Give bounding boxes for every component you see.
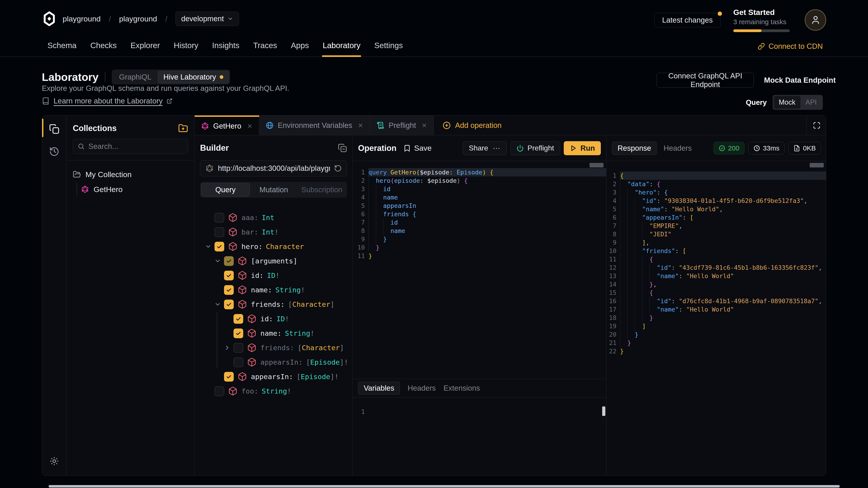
field-checkbox[interactable]: [224, 271, 234, 281]
op-type-query[interactable]: Query: [201, 183, 250, 197]
mode-segmented-control: Mock API: [773, 95, 823, 110]
field-checkbox[interactable]: [234, 328, 243, 338]
collections-search[interactable]: [73, 139, 188, 154]
field-checkbox[interactable]: [224, 256, 234, 266]
toggle-option-hive-laboratory[interactable]: Hive Laboratory: [158, 71, 229, 84]
nav-tab-apps[interactable]: Apps: [290, 41, 309, 57]
run-button[interactable]: Run: [564, 141, 601, 155]
field-checkbox[interactable]: [215, 242, 224, 252]
hive-logo-icon[interactable]: [42, 11, 57, 26]
collection-operation-row[interactable]: GetHero: [73, 183, 188, 196]
tab-environment-variables[interactable]: Environment Variables: [259, 116, 370, 135]
mode-option-api[interactable]: API: [800, 96, 822, 109]
chevron-down-icon[interactable]: [214, 258, 221, 264]
field-checkbox[interactable]: [234, 343, 243, 353]
preflight-button[interactable]: Preflight: [510, 141, 560, 155]
search-input[interactable]: [88, 142, 184, 151]
indent-guide: [368, 176, 376, 185]
nav-tab-schema[interactable]: Schema: [47, 41, 77, 57]
user-icon: [811, 15, 820, 25]
field-checkbox[interactable]: [224, 285, 234, 295]
operation-type-tabs: QueryMutationSubscription: [200, 182, 347, 198]
line-content: "hero": {: [620, 188, 826, 197]
new-folder-icon[interactable]: [178, 123, 188, 133]
indent-guide: [376, 218, 383, 227]
nav-tab-history[interactable]: History: [173, 41, 199, 57]
field-checkbox[interactable]: [224, 300, 234, 309]
breadcrumb-org[interactable]: playground: [63, 14, 101, 23]
add-operation-button[interactable]: Add operation: [434, 116, 510, 135]
indent-guide: [635, 247, 642, 255]
latest-changes-button[interactable]: Latest changes: [654, 13, 721, 27]
nav-tab-insights[interactable]: Insights: [212, 41, 240, 57]
close-icon[interactable]: [247, 123, 253, 129]
check-icon: [226, 374, 232, 380]
mode-option-mock[interactable]: Mock: [774, 96, 800, 109]
learn-more-link[interactable]: Learn more about the Laboratory: [54, 97, 162, 105]
collections-rail-button[interactable]: [42, 118, 66, 140]
breadcrumb-project[interactable]: playground: [119, 14, 157, 23]
collection-folder-row[interactable]: My Collection: [73, 168, 188, 181]
share-button[interactable]: Share ⋯: [463, 141, 507, 155]
breadcrumb-separator: /: [106, 14, 113, 23]
endpoint-url-input[interactable]: [218, 164, 330, 173]
connect-graphql-endpoint-button[interactable]: Connect GraphQL API Endpoint: [657, 73, 754, 88]
copy-collapse-icon[interactable]: [338, 143, 347, 153]
code-line: 10}: [352, 243, 606, 252]
op-type-mutation[interactable]: Mutation: [250, 183, 298, 197]
mock-data-endpoint-button[interactable]: Mock Data Endpoint: [764, 73, 836, 88]
gear-icon: [49, 456, 59, 466]
close-icon[interactable]: [421, 123, 427, 128]
bottom-tab-extensions[interactable]: Extensions: [443, 384, 480, 392]
code-line: 1{: [607, 171, 826, 180]
nav-tab-checks[interactable]: Checks: [90, 41, 117, 57]
bottom-tab-headers[interactable]: Headers: [408, 384, 436, 392]
chevron-right-icon[interactable]: [224, 344, 230, 351]
close-icon[interactable]: [358, 123, 364, 128]
field-label: name:: [260, 329, 281, 337]
chevron-down-icon[interactable]: [214, 301, 221, 308]
query-editor[interactable]: 1query GetHero($episode: Episode) {2hero…: [352, 161, 606, 243]
field-checkbox[interactable]: [215, 213, 224, 223]
history-rail-button[interactable]: [42, 141, 66, 162]
indent-guide: [627, 230, 635, 238]
field-checkbox[interactable]: [234, 357, 243, 367]
tab-gethero[interactable]: GetHero: [195, 116, 259, 135]
field-checkbox[interactable]: [215, 227, 224, 237]
scrollbar-handle[interactable]: [602, 406, 605, 416]
line-content: "EMPIRE",: [620, 222, 826, 230]
horizontal-scrollbar[interactable]: [49, 485, 840, 488]
indent-guide: [620, 247, 627, 255]
response-editor[interactable]: 1{2"data": {3"hero": {4"id": "93038304-0…: [607, 161, 826, 476]
toggle-option-graphiql[interactable]: GraphiQL: [113, 73, 158, 81]
field-checkbox[interactable]: [234, 314, 243, 324]
field-checkbox[interactable]: [215, 386, 224, 396]
bottom-tab-variables[interactable]: Variables: [358, 382, 400, 395]
code-line: 2hero(episode: $episode) {: [352, 176, 606, 185]
indent-guide: [376, 210, 383, 218]
indent-guide: [627, 280, 635, 289]
user-avatar[interactable]: [805, 9, 826, 31]
nav-tab-settings[interactable]: Settings: [374, 41, 403, 57]
variables-editor[interactable]: 1: [352, 397, 606, 476]
nav-tab-traces[interactable]: Traces: [253, 41, 278, 57]
nav-tab-explorer[interactable]: Explorer: [130, 41, 160, 57]
refresh-icon[interactable]: [334, 164, 342, 172]
tab-preflight[interactable]: Preflight: [370, 116, 434, 135]
response-headers-tab[interactable]: Headers: [664, 144, 692, 153]
fullscreen-button[interactable]: [807, 116, 826, 135]
settings-rail-button[interactable]: [42, 450, 66, 472]
save-button[interactable]: Save: [403, 144, 432, 153]
collections-title: Collections: [73, 124, 117, 133]
target-selector[interactable]: development: [176, 11, 239, 26]
response-tab[interactable]: Response: [612, 142, 657, 155]
op-type-subscription[interactable]: Subscription: [298, 183, 346, 197]
code-line: 10"friends": [: [607, 247, 826, 255]
field-checkbox[interactable]: [224, 372, 234, 382]
get-started-widget[interactable]: Get Started 3 remaining tasks: [733, 8, 792, 32]
connect-to-cdn-link[interactable]: Connect to CDN: [758, 42, 823, 51]
nav-tab-laboratory[interactable]: Laboratory: [322, 41, 361, 57]
chevron-down-icon[interactable]: [205, 243, 212, 250]
indent-guide: [635, 263, 642, 272]
indent-guide: [368, 201, 376, 210]
